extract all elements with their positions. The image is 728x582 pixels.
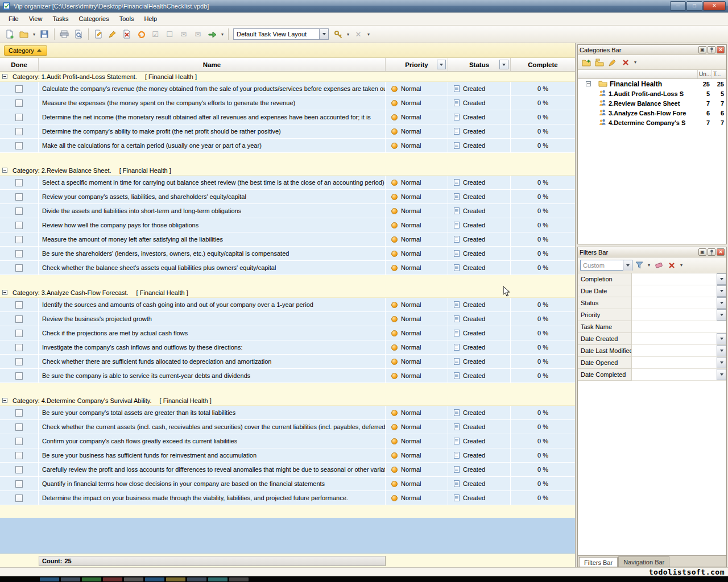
done-checkbox[interactable] <box>15 114 23 121</box>
done-checkbox[interactable] <box>15 264 23 272</box>
task-row[interactable]: Measure the amount of money left after s… <box>0 232 575 247</box>
filter-value-dropdown-icon[interactable] <box>717 333 726 344</box>
task-row[interactable]: Review your company's assets, liabilitie… <box>0 190 575 204</box>
tree-total-column[interactable]: T... <box>712 70 726 78</box>
edit-category-icon[interactable] <box>606 56 619 68</box>
clear-filter-icon[interactable] <box>652 259 665 271</box>
export-dropdown-icon[interactable]: ▾ <box>220 27 225 41</box>
done-checkbox[interactable] <box>15 466 23 473</box>
done-checkbox[interactable] <box>15 372 23 380</box>
tree-name-column[interactable] <box>578 70 698 78</box>
filters-bar-restore-icon[interactable]: ▣ <box>698 248 706 256</box>
view-settings-dropdown-icon[interactable]: ▾ <box>345 27 351 41</box>
task-row[interactable]: Be sure the shareholders' (lenders, inve… <box>0 247 575 261</box>
open-database-dropdown-icon[interactable]: ▾ <box>31 27 37 41</box>
priority-filter-dropdown-icon[interactable] <box>437 60 446 69</box>
task-row[interactable]: Determine the impact on your business ma… <box>0 491 575 505</box>
collapse-category-icon[interactable] <box>2 168 7 173</box>
filter-value-field[interactable] <box>632 297 726 309</box>
edit-task-icon[interactable] <box>106 27 119 41</box>
collapse-category-icon[interactable] <box>2 290 7 295</box>
task-row[interactable]: Be sure your business has sufficient fun… <box>0 448 575 463</box>
task-row[interactable]: Check if the projections are met by actu… <box>0 326 575 340</box>
column-header-complete[interactable]: Complete <box>511 58 575 71</box>
print-preview-icon[interactable] <box>72 27 85 41</box>
taskbar-item[interactable] <box>208 577 228 581</box>
filter-value-dropdown-icon[interactable] <box>717 273 726 285</box>
filters-bar-pin-icon[interactable] <box>708 248 715 256</box>
taskbar-item[interactable] <box>145 577 164 581</box>
close-view-icon[interactable]: ✕ <box>351 27 365 41</box>
filter-value-field[interactable] <box>632 357 726 369</box>
toolbar-overflow-icon[interactable]: ▾ <box>366 27 371 41</box>
task-row[interactable]: Quantify in financial terms how close de… <box>0 477 575 491</box>
done-checkbox[interactable] <box>15 99 23 107</box>
taskbar-strip[interactable] <box>0 576 728 582</box>
filter-preset-dropdown-icon[interactable] <box>623 260 632 271</box>
task-row[interactable]: Identify the sources and amounts of cash… <box>0 298 575 312</box>
task-row[interactable]: Calculate the company's revenue (the mon… <box>0 82 575 96</box>
tree-row-category[interactable]: 1.Audit Profit-and-Loss S55 <box>578 89 726 98</box>
minimize-button[interactable]: ─ <box>670 1 686 11</box>
column-header-done[interactable]: Done <box>0 58 39 71</box>
tree-row-root[interactable]: Financial Health2525 <box>578 79 726 89</box>
layout-combo-dropdown-icon[interactable] <box>319 29 328 39</box>
task-row[interactable]: Select a specific moment in time for car… <box>0 176 575 190</box>
maximize-button[interactable]: □ <box>686 1 702 11</box>
done-checkbox[interactable] <box>15 142 23 149</box>
task-row[interactable]: Review how well the company pays for tho… <box>0 218 575 232</box>
open-database-icon[interactable] <box>17 27 31 41</box>
taskbar-item[interactable] <box>166 577 185 581</box>
task-row[interactable]: Review the business's projected growthNo… <box>0 312 575 326</box>
done-checkbox[interactable] <box>15 250 23 257</box>
menu-tools[interactable]: Tools <box>114 14 139 24</box>
filter-value-field[interactable] <box>632 273 726 285</box>
apply-filter-dropdown-icon[interactable]: ▾ <box>646 259 652 272</box>
done-checkbox[interactable] <box>15 330 23 337</box>
menu-view[interactable]: View <box>24 14 48 24</box>
new-task-icon[interactable] <box>92 27 105 41</box>
collapse-category-icon[interactable] <box>2 398 7 403</box>
task-row[interactable]: Confirm your company's cash flows greatl… <box>0 434 575 448</box>
filter-value-field[interactable] <box>632 285 726 297</box>
taskbar-item[interactable] <box>229 577 249 581</box>
task-row[interactable]: Investigate the company's cash inflows a… <box>0 340 575 355</box>
filter-value-field[interactable] <box>632 345 726 357</box>
tree-row-category[interactable]: 4.Determine Company's S77 <box>578 118 726 127</box>
complete-task-icon[interactable]: ☑ <box>148 27 162 41</box>
categories-bar-pin-icon[interactable] <box>708 46 715 53</box>
close-button[interactable]: ✕ <box>703 1 726 11</box>
column-header-status[interactable]: Status <box>448 58 511 71</box>
taskbar-item[interactable] <box>61 577 80 581</box>
email-task-icon[interactable]: ✉ <box>177 27 191 41</box>
task-row[interactable]: Determine the net income (the monetary r… <box>0 110 575 124</box>
done-checkbox[interactable] <box>15 193 23 201</box>
print-icon[interactable] <box>57 27 71 41</box>
delete-category-dropdown-icon[interactable]: ▾ <box>632 56 638 69</box>
task-row[interactable]: Be sure the company is able to service i… <box>0 369 575 383</box>
done-checkbox[interactable] <box>15 423 23 431</box>
categories-bar-restore-icon[interactable]: ▣ <box>698 46 706 53</box>
filter-value-field[interactable] <box>632 333 726 345</box>
task-row[interactable]: Divide the assets and liabilities into s… <box>0 204 575 218</box>
delete-filter-icon[interactable] <box>665 259 678 271</box>
taskbar-item[interactable] <box>124 577 143 581</box>
email-list-icon[interactable]: ✉ <box>191 27 205 41</box>
column-header-priority[interactable]: Priority <box>386 58 448 71</box>
done-checkbox[interactable] <box>15 480 23 488</box>
filter-preset-combo[interactable]: Custom <box>580 260 632 271</box>
filter-value-dropdown-icon[interactable] <box>717 357 726 368</box>
task-row[interactable]: Be sure your company's total assets are … <box>0 406 575 420</box>
view-settings-icon[interactable] <box>331 27 345 41</box>
done-checkbox[interactable] <box>15 207 23 215</box>
done-checkbox[interactable] <box>15 494 23 502</box>
task-row[interactable]: Measure the expenses (the money spent on… <box>0 96 575 110</box>
done-checkbox[interactable] <box>15 315 23 323</box>
tree-uncompleted-column[interactable]: Un... <box>698 70 712 78</box>
done-checkbox[interactable] <box>15 301 23 309</box>
tab-navigation-bar[interactable]: Navigation Bar <box>618 556 669 567</box>
done-checkbox[interactable] <box>15 179 23 186</box>
filter-value-dropdown-icon[interactable] <box>717 309 726 321</box>
task-row[interactable]: Check whether the balance sheet's assets… <box>0 261 575 275</box>
filter-value-field[interactable] <box>632 369 726 381</box>
